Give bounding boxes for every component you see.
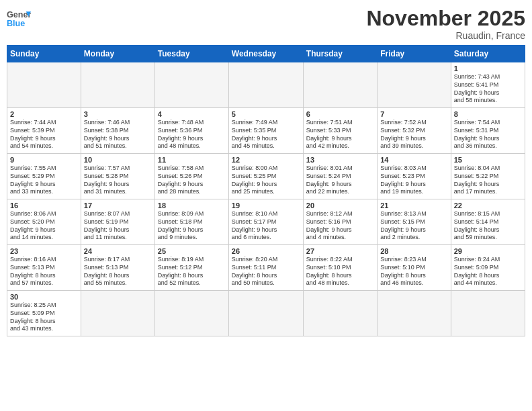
week-row-3: 16Sunrise: 8:06 AM Sunset: 5:20 PM Dayli… <box>7 199 525 245</box>
weekday-header-tuesday: Tuesday <box>154 46 228 62</box>
day-info: Sunrise: 8:22 AM Sunset: 5:10 PM Dayligh… <box>306 256 374 287</box>
day-number: 19 <box>232 201 300 210</box>
header: General Blue November 2025 Ruaudin, Fran… <box>7 7 525 41</box>
day-info: Sunrise: 7:49 AM Sunset: 5:35 PM Dayligh… <box>232 119 300 150</box>
day-info: Sunrise: 8:17 AM Sunset: 5:13 PM Dayligh… <box>84 256 152 287</box>
calendar-cell <box>451 291 525 336</box>
day-info: Sunrise: 8:16 AM Sunset: 5:13 PM Dayligh… <box>10 256 78 287</box>
day-number: 5 <box>232 110 300 118</box>
calendar-cell: 20Sunrise: 8:12 AM Sunset: 5:16 PM Dayli… <box>303 199 377 245</box>
day-info: Sunrise: 8:06 AM Sunset: 5:20 PM Dayligh… <box>10 210 78 242</box>
day-info: Sunrise: 8:07 AM Sunset: 5:19 PM Dayligh… <box>84 210 152 242</box>
weekday-header-saturday: Saturday <box>451 46 525 62</box>
calendar-table: SundayMondayTuesdayWednesdayThursdayFrid… <box>7 45 525 336</box>
day-number: 27 <box>306 247 374 255</box>
calendar-cell: 6Sunrise: 7:51 AM Sunset: 5:33 PM Daylig… <box>303 108 377 154</box>
calendar-cell <box>154 62 228 108</box>
day-number: 17 <box>84 201 152 210</box>
calendar-cell <box>228 62 303 108</box>
day-info: Sunrise: 7:46 AM Sunset: 5:38 PM Dayligh… <box>84 119 152 150</box>
weekday-header-wednesday: Wednesday <box>228 46 303 62</box>
day-number: 25 <box>158 247 226 255</box>
day-info: Sunrise: 7:43 AM Sunset: 5:41 PM Dayligh… <box>454 73 522 105</box>
day-number: 26 <box>232 247 300 255</box>
calendar-cell: 1Sunrise: 7:43 AM Sunset: 5:41 PM Daylig… <box>451 62 525 108</box>
week-row-0: 1Sunrise: 7:43 AM Sunset: 5:41 PM Daylig… <box>7 62 525 108</box>
day-info: Sunrise: 8:24 AM Sunset: 5:09 PM Dayligh… <box>454 256 522 287</box>
day-number: 6 <box>306 110 374 118</box>
calendar-cell: 24Sunrise: 8:17 AM Sunset: 5:13 PM Dayli… <box>81 245 154 291</box>
day-info: Sunrise: 8:25 AM Sunset: 5:09 PM Dayligh… <box>10 302 78 333</box>
calendar-cell: 25Sunrise: 8:19 AM Sunset: 5:12 PM Dayli… <box>154 245 228 291</box>
day-info: Sunrise: 7:57 AM Sunset: 5:28 PM Dayligh… <box>84 165 152 196</box>
calendar-cell <box>81 291 154 336</box>
day-number: 8 <box>454 110 522 118</box>
day-info: Sunrise: 8:01 AM Sunset: 5:24 PM Dayligh… <box>306 165 374 196</box>
day-number: 23 <box>10 247 78 255</box>
day-info: Sunrise: 7:54 AM Sunset: 5:31 PM Dayligh… <box>454 119 522 150</box>
day-number: 4 <box>158 110 226 118</box>
calendar-cell: 4Sunrise: 7:48 AM Sunset: 5:36 PM Daylig… <box>154 108 228 154</box>
day-info: Sunrise: 7:44 AM Sunset: 5:39 PM Dayligh… <box>10 119 78 150</box>
calendar-cell: 14Sunrise: 8:03 AM Sunset: 5:23 PM Dayli… <box>378 154 451 199</box>
day-number: 24 <box>84 247 152 255</box>
week-row-4: 23Sunrise: 8:16 AM Sunset: 5:13 PM Dayli… <box>7 245 525 291</box>
day-info: Sunrise: 8:15 AM Sunset: 5:14 PM Dayligh… <box>454 210 522 242</box>
day-info: Sunrise: 7:48 AM Sunset: 5:36 PM Dayligh… <box>158 119 226 150</box>
calendar-cell: 16Sunrise: 8:06 AM Sunset: 5:20 PM Dayli… <box>7 199 81 245</box>
day-number: 12 <box>232 156 300 164</box>
day-info: Sunrise: 8:12 AM Sunset: 5:16 PM Dayligh… <box>306 210 374 242</box>
day-number: 15 <box>454 156 522 164</box>
day-number: 2 <box>10 110 78 118</box>
day-number: 13 <box>306 156 374 164</box>
title-block: November 2025 Ruaudin, France <box>366 7 525 41</box>
calendar-cell: 5Sunrise: 7:49 AM Sunset: 5:35 PM Daylig… <box>228 108 303 154</box>
day-number: 9 <box>10 156 78 164</box>
calendar-cell <box>228 291 303 336</box>
day-info: Sunrise: 8:19 AM Sunset: 5:12 PM Dayligh… <box>158 256 226 287</box>
calendar-cell: 29Sunrise: 8:24 AM Sunset: 5:09 PM Dayli… <box>451 245 525 291</box>
day-number: 14 <box>380 156 447 164</box>
day-number: 20 <box>306 201 374 210</box>
calendar-cell: 13Sunrise: 8:01 AM Sunset: 5:24 PM Dayli… <box>303 154 377 199</box>
day-number: 29 <box>454 247 522 255</box>
calendar-cell: 9Sunrise: 7:55 AM Sunset: 5:29 PM Daylig… <box>7 154 81 199</box>
day-number: 28 <box>380 247 447 255</box>
calendar-cell: 28Sunrise: 8:23 AM Sunset: 5:10 PM Dayli… <box>378 245 451 291</box>
day-number: 1 <box>454 64 522 73</box>
calendar-cell <box>81 62 154 108</box>
day-info: Sunrise: 8:23 AM Sunset: 5:10 PM Dayligh… <box>380 256 447 287</box>
logo: General Blue <box>7 7 31 31</box>
calendar-cell: 2Sunrise: 7:44 AM Sunset: 5:39 PM Daylig… <box>7 108 81 154</box>
week-row-5: 30Sunrise: 8:25 AM Sunset: 5:09 PM Dayli… <box>7 291 525 336</box>
day-number: 22 <box>454 201 522 210</box>
day-number: 30 <box>10 293 78 301</box>
day-info: Sunrise: 8:09 AM Sunset: 5:18 PM Dayligh… <box>158 210 226 242</box>
day-info: Sunrise: 7:52 AM Sunset: 5:32 PM Dayligh… <box>380 119 447 150</box>
weekday-header-thursday: Thursday <box>303 46 377 62</box>
day-number: 21 <box>380 201 447 210</box>
svg-text:Blue: Blue <box>7 19 25 28</box>
calendar-cell <box>378 291 451 336</box>
calendar-cell <box>154 291 228 336</box>
weekday-header-row: SundayMondayTuesdayWednesdayThursdayFrid… <box>7 46 525 62</box>
calendar-cell: 27Sunrise: 8:22 AM Sunset: 5:10 PM Dayli… <box>303 245 377 291</box>
calendar-cell: 12Sunrise: 8:00 AM Sunset: 5:25 PM Dayli… <box>228 154 303 199</box>
calendar-cell: 7Sunrise: 7:52 AM Sunset: 5:32 PM Daylig… <box>378 108 451 154</box>
day-number: 10 <box>84 156 152 164</box>
calendar-cell: 3Sunrise: 7:46 AM Sunset: 5:38 PM Daylig… <box>81 108 154 154</box>
calendar-cell: 30Sunrise: 8:25 AM Sunset: 5:09 PM Dayli… <box>7 291 81 336</box>
day-number: 7 <box>380 110 447 118</box>
day-info: Sunrise: 7:55 AM Sunset: 5:29 PM Dayligh… <box>10 165 78 196</box>
calendar-cell: 26Sunrise: 8:20 AM Sunset: 5:11 PM Dayli… <box>228 245 303 291</box>
calendar-subtitle: Ruaudin, France <box>366 30 525 41</box>
calendar-title: November 2025 <box>366 7 525 30</box>
day-number: 16 <box>10 201 78 210</box>
calendar-cell: 15Sunrise: 8:04 AM Sunset: 5:22 PM Dayli… <box>451 154 525 199</box>
day-number: 18 <box>158 201 226 210</box>
day-info: Sunrise: 8:10 AM Sunset: 5:17 PM Dayligh… <box>232 210 300 242</box>
week-row-2: 9Sunrise: 7:55 AM Sunset: 5:29 PM Daylig… <box>7 154 525 199</box>
day-info: Sunrise: 8:13 AM Sunset: 5:15 PM Dayligh… <box>380 210 447 242</box>
calendar-cell <box>303 291 377 336</box>
calendar-cell: 21Sunrise: 8:13 AM Sunset: 5:15 PM Dayli… <box>378 199 451 245</box>
